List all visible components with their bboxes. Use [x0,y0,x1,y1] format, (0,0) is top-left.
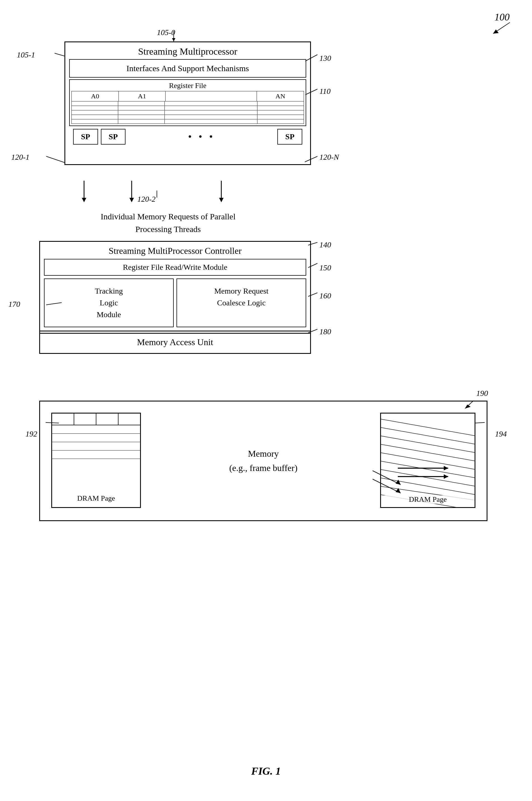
svg-marker-1 [493,30,499,34]
smp-title: Streaming MultiProcessor Controller [44,246,306,256]
reg-data-row1 [72,101,304,106]
dram-left-row4 [52,451,140,459]
sp-dots: • • • [128,131,274,142]
dram-right-label: DRAM Page [381,495,475,504]
label-194: 194 [495,430,507,438]
mau-container: Memory Access Unit [39,330,311,354]
tracking-logic-box: TrackingLogicModule [44,279,174,327]
svg-marker-11 [82,198,86,202]
memory-requests-line1: Individual Memory Requests of Parallel [100,212,235,221]
dram-left-box: DRAM Page [51,413,141,508]
svg-line-35 [381,470,475,487]
reg-data-row5 [72,119,304,124]
label-130: 130 [319,54,331,63]
label-180: 180 [319,327,331,336]
figure-100-label: 100 [494,11,510,23]
svg-line-29 [381,419,475,436]
label-170: 170 [8,300,20,309]
svg-line-32 [381,444,475,461]
svg-marker-13 [129,198,134,202]
svg-line-4 [55,53,64,56]
reg-header-an: AN [257,91,304,101]
svg-line-30 [381,427,475,444]
reg-data-row4 [72,115,304,119]
reg-data-row2 [72,106,304,110]
smp-controller-box: Streaming MultiProcessor Controller Regi… [39,241,311,334]
dram-left-header [52,414,140,425]
interfaces-box: Interfaces And Support Mechanisms [69,59,306,78]
label-150: 150 [319,263,331,272]
label-192: 192 [25,430,37,438]
svg-marker-42 [444,474,448,479]
svg-line-31 [381,436,475,453]
dram-right-box: DRAM Page [380,413,475,508]
figure-caption: FIG. 1 [0,765,532,777]
sp-box-1: SP [73,129,98,145]
interfaces-title: Interfaces And Support Mechanisms [126,63,249,73]
label-105-0: 105-0 [157,28,175,37]
label-120-n: 120-N [319,153,339,161]
register-file-section: Register File A0 A1 AN [69,79,306,126]
svg-line-33 [381,453,475,470]
sp-box-2: SP [101,129,126,145]
label-120-2: 120-2 [137,195,155,204]
dram-left-row2 [52,434,140,442]
memory-title-line1: Memory [248,449,279,459]
svg-line-36 [381,478,475,495]
memory-title-line2: (e.g., frame buffer) [229,463,298,473]
reg-header-empty [166,91,257,101]
label-140: 140 [319,241,331,249]
dram-left-row1 [52,425,140,434]
lower-modules: TrackingLogicModule Memory RequestCoales… [44,279,306,327]
register-file-title: Register File [72,81,304,90]
reg-data-row3 [72,110,304,115]
dram-left-label: DRAM Page [52,494,140,503]
memory-outer-box: DRAM Page 192 Memory (e.g., frame buffer… [39,401,488,521]
svg-line-0 [493,22,510,34]
svg-marker-40 [444,466,448,471]
memory-requests-line2: Processing Threads [135,224,201,234]
reg-header-a0: A0 [72,91,119,101]
memory-title: Memory (e.g., frame buffer) [229,446,298,475]
sp-box-n: SP [277,129,302,145]
label-160: 160 [319,291,331,300]
reg-header-a1: A1 [119,91,166,101]
svg-marker-3 [172,38,175,41]
label-120-1: 120-1 [11,153,30,161]
mau-box: Memory Access Unit [39,330,311,354]
label-190: 190 [476,389,488,398]
svg-line-7 [46,156,64,163]
dram-left-row3 [52,442,140,451]
coalesce-logic-box: Memory RequestCoalesce Logic [176,279,306,327]
label-105-1: 105-1 [17,51,35,59]
memory-requests-text: Individual Memory Requests of Parallel P… [42,210,294,235]
register-header-row: A0 A1 AN [72,91,304,101]
label-110: 110 [319,87,330,96]
sm-title: Streaming Multiprocessor [69,46,306,57]
dram-right-lines-svg [381,414,475,508]
svg-line-34 [381,461,475,478]
sp-row: SP SP • • • SP [69,129,306,145]
svg-marker-15 [219,198,224,202]
rfreadwrite-box: Register File Read/Write Module [44,259,306,276]
streaming-multiprocessor-box: Streaming Multiprocessor Interfaces And … [64,41,311,165]
